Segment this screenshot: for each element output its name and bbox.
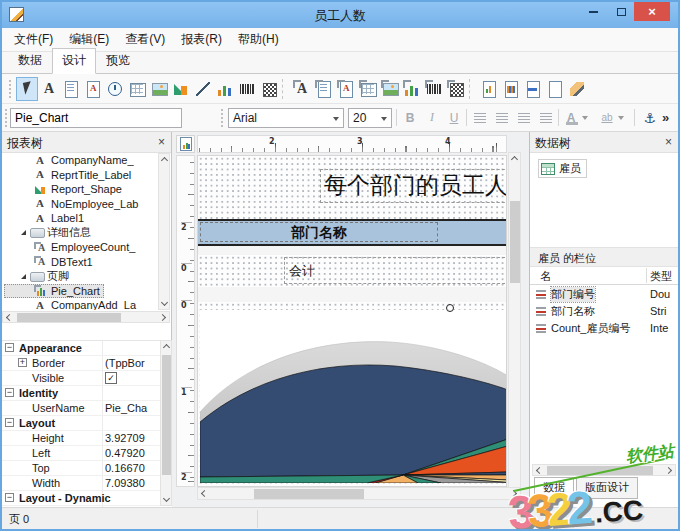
column-type-header[interactable]: 类型 [650, 269, 674, 284]
design-vertical-scrollbar[interactable] [508, 152, 521, 497]
tool-button[interactable] [423, 77, 445, 101]
table-node[interactable]: 雇员 [538, 159, 587, 178]
bold-button[interactable]: B [400, 107, 420, 128]
tool-button[interactable] [566, 77, 588, 101]
tool-button[interactable] [401, 77, 423, 101]
tool-button[interactable] [214, 77, 236, 101]
scroll-right-icon[interactable] [510, 490, 517, 497]
tree-horizontal-scrollbar[interactable] [2, 311, 170, 323]
scrollbar-thumb[interactable] [17, 313, 121, 322]
property-row[interactable]: − + Layout - Dynamic [2, 491, 172, 506]
minimize-button[interactable] [580, 2, 606, 21]
property-value[interactable]: (TppBor [105, 357, 158, 369]
highlight-dropdown[interactable] [616, 107, 626, 128]
tree-item[interactable]: 页脚 [4, 269, 73, 284]
align-center-button[interactable] [492, 107, 512, 128]
property-row[interactable]: − + UserName Pie_Cha [2, 401, 172, 416]
scroll-up-icon[interactable] [163, 344, 170, 351]
align-right-button[interactable] [514, 107, 534, 128]
menu-item[interactable]: 帮助(H) [230, 28, 287, 51]
tool-button[interactable] [60, 77, 82, 101]
tool-button[interactable] [38, 77, 60, 101]
property-value[interactable]: 0.47920 [105, 447, 158, 459]
maximize-button[interactable] [608, 2, 634, 21]
highlight-button[interactable]: ab [598, 107, 616, 128]
tree-item[interactable]: NoEmployee_Lab [4, 197, 142, 212]
property-row[interactable]: − + Left 0.47920 [2, 446, 172, 461]
tree-item[interactable]: Report_Shape [4, 182, 126, 197]
tool-button[interactable] [469, 79, 476, 99]
tool-button[interactable] [82, 77, 104, 101]
checkbox[interactable]: ✓ [105, 372, 117, 384]
expand-triangle-icon[interactable] [21, 274, 26, 279]
property-row[interactable]: − + Identity [2, 386, 172, 401]
tool-button[interactable] [335, 77, 357, 101]
scroll-right-icon[interactable] [665, 467, 672, 474]
report-page[interactable]: 每个部门的员工人数 部门名称 会计 [197, 155, 507, 487]
scroll-left-icon[interactable] [536, 467, 543, 474]
tool-button[interactable] [379, 77, 401, 101]
view-tab[interactable]: 设计 [52, 48, 96, 74]
tool-button[interactable] [291, 77, 313, 101]
property-row[interactable]: − + Layout [2, 416, 172, 431]
property-value[interactable]: 7.09380 [105, 477, 158, 489]
toolbar-overflow-button[interactable]: » [662, 110, 669, 125]
tree-item[interactable]: ReprtTitle_Label [4, 168, 135, 183]
close-panel-button[interactable]: × [665, 135, 672, 149]
tool-button[interactable] [236, 77, 258, 101]
data-tree-tab[interactable]: 数据 [534, 477, 574, 499]
property-row[interactable]: − + Appearance [2, 341, 172, 356]
tool-button[interactable] [478, 77, 500, 101]
scroll-left-icon[interactable] [6, 314, 13, 321]
header-band[interactable]: 每个部门的员工人数 [198, 156, 506, 219]
font-family-combo[interactable]: Arial [228, 108, 344, 128]
scrollbar-thumb[interactable] [510, 201, 520, 283]
scroll-up-icon[interactable] [511, 156, 518, 163]
property-row[interactable]: − + Width 7.09380 [2, 476, 172, 491]
footer-band[interactable] [198, 302, 506, 487]
tool-button[interactable] [544, 77, 566, 101]
tool-button[interactable] [258, 77, 280, 101]
tool-button[interactable] [500, 77, 522, 101]
close-button[interactable]: × [634, 2, 670, 21]
report-title-label[interactable]: 每个部门的员工人数 [320, 169, 507, 203]
tool-button[interactable] [16, 77, 38, 101]
column-header-band[interactable]: 部门名称 [198, 219, 506, 246]
close-panel-button[interactable]: × [158, 135, 165, 149]
data-tree-tab[interactable]: 版面设计 [576, 477, 638, 499]
italic-button[interactable]: I [422, 107, 442, 128]
anchor-button[interactable]: ⚓ [640, 107, 660, 128]
tree-item[interactable]: CompanyAdd_La [4, 298, 140, 310]
design-horizontal-scrollbar[interactable] [197, 487, 521, 500]
expand-triangle-icon[interactable] [21, 230, 26, 235]
scrollbar-thumb[interactable] [547, 466, 653, 475]
collapse-icon[interactable]: − [5, 388, 14, 397]
tool-button[interactable] [192, 77, 214, 101]
view-tab[interactable]: 预览 [96, 48, 140, 74]
toolbar-grip[interactable] [4, 108, 9, 128]
property-row[interactable]: − + Height 3.92709 [2, 431, 172, 446]
collapse-icon[interactable]: − [5, 343, 14, 352]
tool-button[interactable] [313, 77, 335, 101]
scroll-down-icon[interactable] [163, 495, 170, 502]
scroll-up-icon[interactable] [161, 157, 168, 164]
collapse-icon[interactable]: − [5, 493, 14, 502]
property-value[interactable]: 0.16670 [105, 462, 158, 474]
selected-object-input[interactable] [10, 108, 182, 128]
align-left-button[interactable] [470, 107, 490, 128]
tool-button[interactable] [522, 77, 544, 101]
tool-button[interactable] [148, 77, 170, 101]
tree-item[interactable]: EmployeeCount_ [4, 240, 139, 255]
field-row[interactable]: 部门名称 Stri [530, 303, 678, 320]
detail-band[interactable]: 会计 [198, 255, 506, 287]
tool-button[interactable] [357, 77, 379, 101]
detail-dbtext[interactable]: 会计 [284, 257, 507, 284]
expand-icon[interactable]: + [18, 358, 27, 367]
menu-item[interactable]: 报表(R) [173, 28, 230, 51]
scroll-left-icon[interactable] [201, 490, 208, 497]
font-color-dropdown[interactable] [580, 107, 590, 128]
toolbar-grip[interactable] [220, 108, 225, 128]
property-row[interactable]: − + Top 0.16670 [2, 461, 172, 476]
tree-item[interactable]: DBText1 [4, 255, 97, 270]
tool-button[interactable] [126, 77, 148, 101]
